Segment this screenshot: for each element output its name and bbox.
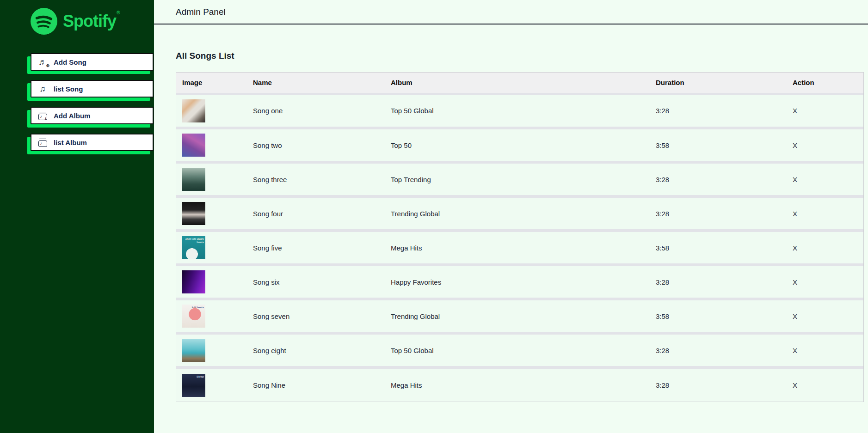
song-album-cell: Trending Global [385,299,650,333]
song-album-cell: Top 50 Global [385,94,650,128]
songs-table-header: Image Name Album Duration Action [176,73,863,94]
sidebar-item-add-album[interactable]: ♪+ Add Album [31,107,154,124]
song-duration-cell: 3:58 [650,299,787,333]
column-header-duration: Duration [650,73,787,94]
song-name-cell: Song Nine [247,367,385,402]
spotify-logo-icon [31,8,57,35]
music-note-icon: ♫ [37,85,48,93]
sidebar-item-label: Add Album [54,112,90,120]
table-row: Song one Top 50 Global 3:28 X [176,94,863,128]
table-row: chill lofi study beats Song five Mega Hi… [176,231,863,265]
table-row: lofi beats Song seven Trending Global 3:… [176,299,863,333]
registered-mark: ® [117,10,119,15]
song-image-cell: lofi beats [176,299,247,333]
song-name-cell: Song eight [247,333,385,367]
song-album-cell: Happy Favorites [385,265,650,299]
song-action-cell: X [787,162,863,196]
song-duration-cell: 3:28 [650,196,787,231]
app-window: Spotify® ♬⊕ Add Song ♫ list Song ♪+ Add … [0,0,868,433]
column-header-album: Album [385,73,650,94]
song-image-cell [176,162,247,196]
delete-song-button[interactable]: X [793,141,797,149]
song-action-cell: X [787,299,863,333]
delete-song-button[interactable]: X [793,176,797,183]
song-duration-cell: 3:28 [650,333,787,367]
song-album-cell: Mega Hits [385,367,650,402]
sidebar-nav: ♬⊕ Add Song ♫ list Song ♪+ Add Album ♪ [31,53,154,151]
song-image-cell [176,196,247,231]
song-name-cell: Song one [247,94,385,128]
column-header-name: Name [247,73,385,94]
column-header-action: Action [787,73,863,94]
song-image-cell [176,333,247,367]
song-album-cell: Mega Hits [385,231,650,265]
table-row: Song two Top 50 3:58 X [176,128,863,162]
sidebar-item-label: list Album [54,139,87,146]
page-title: Admin Panel [176,7,226,17]
songs-table-body: Song one Top 50 Global 3:28 X [176,94,863,402]
song-duration-cell: 3:58 [650,231,787,265]
table-row: Song eight Top 50 Global 3:28 X [176,333,863,367]
song-album-cell: Top 50 Global [385,333,650,367]
main-area: Admin Panel All Songs List Image Name Al… [154,0,868,433]
sidebar-item-list-album[interactable]: ♪ list Album [31,134,154,151]
song-duration-cell: 3:28 [650,94,787,128]
song-action-cell: X [787,231,863,265]
song-duration-cell: 3:28 [650,265,787,299]
album-cover-thumbnail [182,168,205,191]
song-action-cell: X [787,94,863,128]
section-title: All Songs List [176,51,864,61]
song-image-cell: Sleep [176,367,247,402]
album-cover-thumbnail [182,339,205,362]
songs-table: Image Name Album Duration Action [176,72,864,402]
delete-song-button[interactable]: X [793,244,797,252]
song-image-cell [176,265,247,299]
sidebar-item-label: Add Song [54,58,86,66]
album-cover-text: lofi beats [192,306,204,309]
sidebar-item-label: list Song [54,85,83,93]
column-header-image: Image [176,73,247,94]
album-cover-thumbnail: chill lofi study beats [182,236,205,259]
song-image-cell [176,94,247,128]
song-duration-cell: 3:58 [650,128,787,162]
spotify-logo[interactable]: Spotify® [31,8,154,35]
delete-song-button[interactable]: X [793,210,797,218]
sidebar-item-list-song[interactable]: ♫ list Song [31,80,154,98]
album-cover-thumbnail: lofi beats [182,305,205,328]
album-cover-text: chill lofi study beats [184,238,204,244]
top-header: Admin Panel [154,0,868,24]
song-action-cell: X [787,333,863,367]
delete-song-button[interactable]: X [793,278,797,286]
album-cover-thumbnail: Sleep [182,374,205,397]
song-album-cell: Top 50 [385,128,650,162]
delete-song-button[interactable]: X [793,347,797,354]
table-row: Song six Happy Favorites 3:28 X [176,265,863,299]
song-name-cell: Song two [247,128,385,162]
song-duration-cell: 3:28 [650,162,787,196]
song-action-cell: X [787,128,863,162]
delete-song-button[interactable]: X [793,312,797,320]
song-album-cell: Top Trending [385,162,650,196]
song-duration-cell: 3:28 [650,367,787,402]
song-image-cell: chill lofi study beats [176,231,247,265]
song-action-cell: X [787,367,863,402]
song-name-cell: Song four [247,196,385,231]
album-cover-thumbnail [182,99,205,122]
album-icon: ♪ [37,138,48,147]
album-add-icon: ♪+ [37,111,48,120]
song-name-cell: Song six [247,265,385,299]
song-album-cell: Trending Global [385,196,650,231]
sidebar-item-add-song[interactable]: ♬⊕ Add Song [31,53,154,71]
delete-song-button[interactable]: X [793,107,797,115]
album-cover-thumbnail [182,270,205,293]
music-note-add-icon: ♬⊕ [37,58,48,66]
table-row: Sleep Song Nine Mega Hits 3:28 X [176,367,863,402]
sidebar: Spotify® ♬⊕ Add Song ♫ list Song ♪+ Add … [0,0,154,433]
song-action-cell: X [787,196,863,231]
song-name-cell: Song five [247,231,385,265]
song-action-cell: X [787,265,863,299]
song-image-cell [176,128,247,162]
spotify-wordmark: Spotify® [63,12,119,31]
album-cover-thumbnail [182,134,205,157]
delete-song-button[interactable]: X [793,381,797,389]
